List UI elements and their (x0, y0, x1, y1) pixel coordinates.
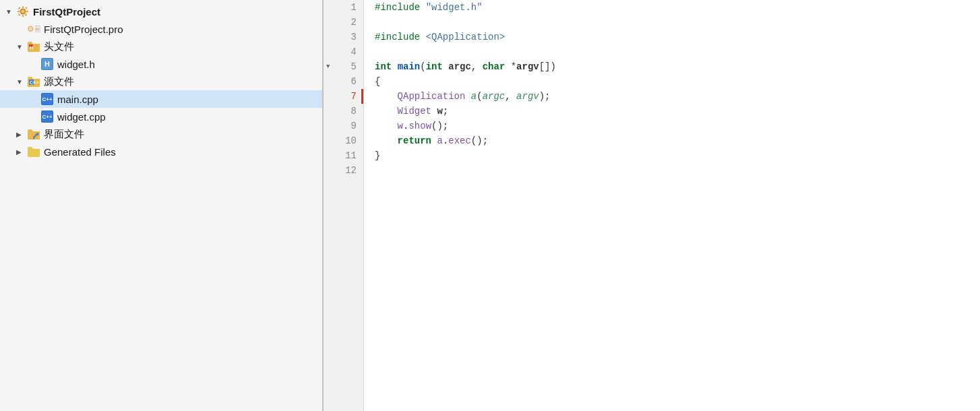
line-8: 8 (324, 104, 363, 119)
sources-arrow[interactable] (16, 78, 26, 86)
generated-folder-icon (27, 145, 40, 158)
headers-label: 头文件 (44, 40, 74, 53)
svg-text:Qt: Qt (36, 28, 40, 31)
line-10: 10 (324, 133, 363, 148)
svg-text:C++: C++ (30, 80, 38, 85)
code-line-10: return a.exec(); (375, 133, 980, 148)
widget-h-item[interactable]: H widget.h (0, 55, 322, 73)
svg-rect-3 (22, 15, 24, 17)
forms-folder-icon (27, 127, 40, 141)
code-line-9: w.show(); (375, 119, 980, 133)
main-cpp-item[interactable]: C++ main.cpp (0, 90, 322, 108)
generated-label: Generated Files (44, 146, 116, 158)
svg-line-18 (34, 137, 34, 139)
sources-folder[interactable]: C++ 源文件 (0, 73, 322, 90)
line-numbers: 1 2 3 4 ▼ 5 6 7 8 9 10 11 (324, 0, 364, 411)
line-1: 1 (324, 0, 363, 15)
headers-folder-icon: H (27, 40, 40, 53)
code-line-4 (375, 44, 980, 59)
forms-label: 界面文件 (44, 128, 84, 141)
root-arrow[interactable] (5, 8, 15, 15)
header-file-icon: H (40, 57, 54, 71)
root-label: FirstQtProject (33, 6, 100, 18)
svg-rect-5 (26, 11, 28, 12)
svg-rect-7 (25, 7, 28, 9)
sources-label: 源文件 (44, 75, 74, 88)
generated-arrow[interactable] (16, 148, 26, 156)
code-content[interactable]: #include "widget.h" #include <QApplicati… (364, 0, 980, 411)
code-line-5: int main(int argc, char *argv[]) (375, 59, 980, 74)
code-line-12 (375, 163, 980, 178)
code-line-8: Widget w; (375, 104, 980, 119)
main-cpp-icon: C++ (40, 92, 54, 106)
svg-rect-4 (18, 11, 20, 12)
code-line-3: #include <QApplication> (375, 30, 980, 44)
code-editor[interactable]: 1 2 3 4 ▼ 5 6 7 8 9 10 11 (324, 0, 980, 411)
line-2: 2 (324, 15, 363, 30)
svg-rect-8 (18, 13, 21, 16)
line-4: 4 (324, 44, 363, 59)
line-7: 7 (324, 89, 363, 104)
svg-rect-6 (18, 7, 21, 9)
line-6: 6 (324, 74, 363, 89)
line-3: 3 (324, 30, 363, 44)
pro-file-icon: ⚙ Qt (27, 22, 40, 36)
root-icon (16, 5, 30, 18)
code-line-1: #include "widget.h" (375, 0, 980, 15)
generated-folder[interactable]: Generated Files (0, 143, 322, 160)
svg-point-1 (22, 10, 24, 13)
widget-cpp-label: widget.cpp (57, 111, 106, 123)
main-cpp-label: main.cpp (57, 94, 98, 105)
code-line-7: QApplication a(argc, argv); (375, 89, 980, 104)
svg-text:H: H (30, 45, 33, 50)
forms-folder[interactable]: 界面文件 (0, 125, 322, 143)
sources-folder-icon: C++ (27, 75, 40, 88)
code-line-6: { (375, 74, 980, 89)
code-line-2 (375, 15, 980, 30)
svg-rect-9 (25, 13, 28, 16)
file-tree[interactable]: FirstQtProject ⚙ Qt FirstQtProject.pro H… (0, 0, 324, 411)
code-line-11: } (375, 148, 980, 163)
headers-folder[interactable]: H 头文件 (0, 38, 322, 55)
svg-rect-2 (22, 6, 24, 8)
widget-cpp-icon: C++ (40, 110, 54, 123)
tree-root[interactable]: FirstQtProject (0, 3, 322, 20)
widget-h-label: widget.h (57, 59, 95, 70)
line-9: 9 (324, 119, 363, 133)
pro-file-item[interactable]: ⚙ Qt FirstQtProject.pro (0, 20, 322, 38)
line-12: 12 (324, 163, 363, 178)
headers-arrow[interactable] (16, 43, 26, 51)
widget-cpp-item[interactable]: C++ widget.cpp (0, 108, 322, 125)
pro-file-label: FirstQtProject.pro (44, 24, 123, 35)
line-5: ▼ 5 (324, 59, 363, 74)
line-11: 11 (324, 148, 363, 163)
forms-arrow[interactable] (16, 131, 26, 138)
